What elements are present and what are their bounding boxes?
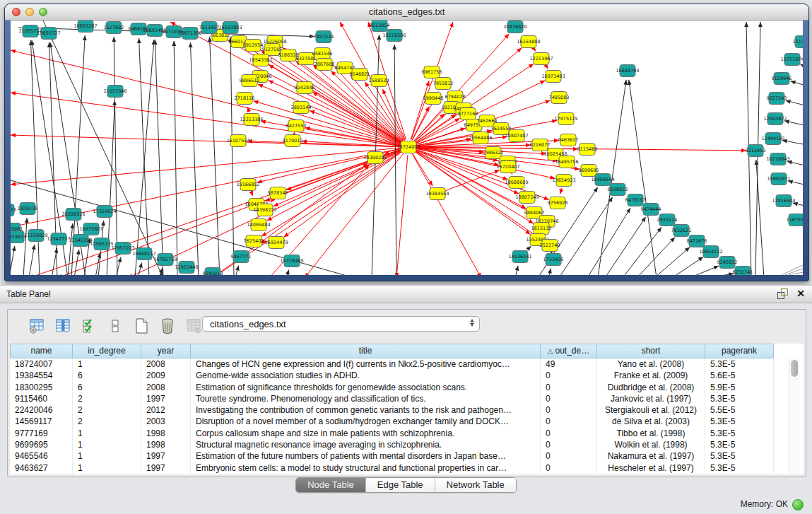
citation-graph[interactable]: 1872400776638229660123891295415226058912… <box>11 21 803 275</box>
graph-node[interactable]: 17957223 <box>111 243 134 255</box>
graph-node[interactable]: 16154808 <box>517 36 540 48</box>
graph-node[interactable]: 6232741 <box>733 267 753 276</box>
graph-node[interactable]: 12923448 <box>175 262 198 274</box>
graph-node[interactable]: 13654923 <box>552 175 575 187</box>
network-window-titlebar[interactable]: citations_edges.txt <box>5 4 808 21</box>
graph-node[interactable]: 9756928 <box>548 197 568 209</box>
column-header-short[interactable]: short <box>597 344 705 358</box>
graph-node[interactable]: 11156829 <box>24 230 47 242</box>
graph-node[interactable]: 12342737 <box>47 233 70 245</box>
graph-node[interactable]: 8912954 <box>243 40 264 52</box>
graph-node[interactable]: 16648794 <box>616 65 639 77</box>
column-header-pagerank[interactable]: pagerank <box>705 344 774 358</box>
graph-node[interactable]: 6216077 <box>530 139 551 151</box>
graph-node[interactable]: 18807249 <box>515 192 539 204</box>
graph-node[interactable]: 20564486 <box>469 132 492 144</box>
table-row[interactable]: 1938455462009Genome-wide association stu… <box>10 370 774 381</box>
table-selector-dropdown[interactable]: citations_edges.txt <box>202 316 480 332</box>
table-row[interactable]: 969969511998Structural magnetic resonanc… <box>10 439 774 450</box>
graph-node[interactable]: 1167551 <box>787 214 803 226</box>
graph-node[interactable]: 9581546 <box>312 48 333 60</box>
graph-node[interactable]: 16107554 <box>226 135 249 147</box>
graph-node[interactable]: 19166852 <box>236 179 259 191</box>
graph-node[interactable]: 10975887 <box>79 223 102 235</box>
graph-node[interactable]: 12213386 <box>240 114 263 126</box>
column-header-in_degree[interactable]: in_degree <box>73 344 141 358</box>
graph-node[interactable]: 19958117 <box>132 248 155 260</box>
graph-node[interactable]: 9474444 <box>641 204 661 216</box>
tab-node-table[interactable]: Node Table <box>296 478 366 492</box>
graph-node[interactable]: 16914479 <box>264 237 288 249</box>
table-row[interactable]: 911546021997Tourette syndrome. Phenomeno… <box>10 393 774 404</box>
table-row[interactable]: 946554611997Estimation of the future num… <box>10 450 774 462</box>
table-row[interactable]: 946362711997Embryonic stem cells: a mode… <box>10 462 774 474</box>
graph-node[interactable]: 10688609 <box>505 177 528 189</box>
close-panel-icon[interactable]: ✕ <box>796 288 805 299</box>
graph-node[interactable]: 7632621 <box>671 225 692 237</box>
graph-node[interactable]: 8427552 <box>286 120 307 132</box>
graph-node[interactable]: 12213967 <box>529 53 553 65</box>
graph-node[interactable]: 12505135 <box>90 238 113 250</box>
graph-node[interactable]: 10654112 <box>699 246 722 258</box>
memory-status-led[interactable] <box>792 499 804 510</box>
graph-node[interactable]: 7955812 <box>433 78 454 90</box>
graph-node[interactable]: 7625402 <box>244 235 264 247</box>
graph-node[interactable]: 9896512 <box>240 75 260 87</box>
float-panel-icon[interactable] <box>777 288 788 299</box>
graph-node[interactable]: 20876820 <box>503 21 526 33</box>
column-header-out_de[interactable]: △out_de… <box>541 344 597 358</box>
table-row[interactable]: 1456911722003Disruption of a novel membe… <box>10 416 774 427</box>
graph-node[interactable]: 15718485 <box>280 255 303 267</box>
graph-node[interactable]: 2522740 <box>540 240 560 252</box>
unselect-all-icon[interactable] <box>106 317 124 335</box>
graph-node[interactable]: 9463627 <box>558 134 579 146</box>
graph-node[interactable]: 9242848 <box>295 82 315 94</box>
delete-icon[interactable] <box>158 317 177 335</box>
graph-node[interactable]: 2933114 <box>657 214 678 226</box>
graph-node[interactable]: 2867608 <box>314 59 335 71</box>
graph-node[interactable]: 8170012 <box>283 135 303 147</box>
graph-node[interactable]: 6961758 <box>422 66 442 78</box>
graph-node[interactable]: 1588520 <box>369 75 389 87</box>
select-column-icon[interactable] <box>54 317 72 335</box>
graph-node[interactable]: 1615132 <box>531 223 552 235</box>
graph-node[interactable]: 16782759 <box>153 254 177 266</box>
table-row[interactable]: 977716911998Corpus callosum shape and si… <box>10 428 774 439</box>
graph-node[interactable]: 12444195 <box>761 133 784 145</box>
scrollbar-thumb[interactable] <box>791 360 798 377</box>
graph-node[interactable]: 7513457 <box>199 22 220 34</box>
graph-node[interactable]: 8471676 <box>687 235 707 247</box>
table-row[interactable]: 2242004622012Investigating the contribut… <box>10 404 774 416</box>
table-row[interactable]: 1872400712008Changes of HCN gene express… <box>10 358 774 370</box>
graph-node[interactable]: 9777169 <box>458 108 478 120</box>
graph-node[interactable]: 9146821 <box>350 69 370 81</box>
table-row[interactable]: 1830029562008Estimation of significance … <box>10 382 774 393</box>
graph-node[interactable]: 14136141 <box>508 251 531 263</box>
column-header-year[interactable]: year <box>141 344 191 358</box>
graph-node[interactable]: 7857234 <box>314 31 334 43</box>
graph-node[interactable]: 15992971 <box>767 173 790 185</box>
tab-network-table[interactable]: Network Table <box>435 478 516 492</box>
graph-node[interactable]: 8215953 <box>746 145 766 157</box>
graph-node[interactable]: 8938923 <box>608 184 628 196</box>
graph-node[interactable]: 9457771 <box>231 251 252 263</box>
graph-node[interactable]: 10655287 <box>73 21 97 33</box>
new-table-icon[interactable] <box>132 317 151 335</box>
graph-node[interactable]: 1990448 <box>423 93 444 105</box>
graph-node[interactable]: 1733426 <box>543 254 564 266</box>
select-all-icon[interactable] <box>80 317 98 335</box>
graph-node[interactable]: 5878342 <box>268 187 288 199</box>
graph-node[interactable]: 17975115 <box>554 113 577 125</box>
graph-node[interactable]: 7485083 <box>549 92 570 104</box>
graph-node[interactable]: 21053346 <box>103 86 126 98</box>
graph-node[interactable]: 9115460 <box>577 144 598 156</box>
graph-node[interactable]: 2226055 <box>11 204 16 216</box>
modify-table-icon[interactable] <box>28 317 46 335</box>
graph-node[interactable]: 9129946 <box>772 73 792 85</box>
graph-node[interactable]: 20206516 <box>61 209 85 221</box>
vertical-scrollbar[interactable] <box>789 358 800 474</box>
network-canvas[interactable]: 1872400776638229660123891295415226058912… <box>11 21 803 275</box>
graph-node[interactable]: 2718126 <box>235 93 255 105</box>
graph-node[interactable]: 2803144 <box>291 102 312 114</box>
graph-node[interactable]: 1929138 <box>18 203 38 215</box>
